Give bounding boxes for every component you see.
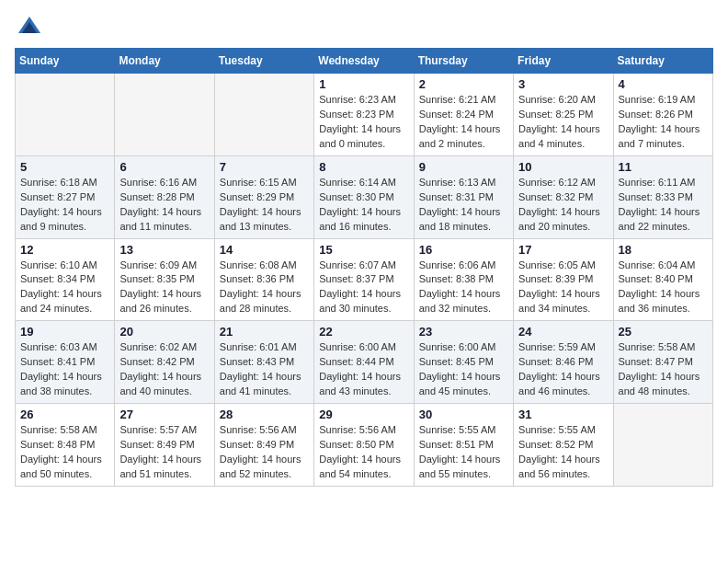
day-number: 15 bbox=[319, 243, 408, 257]
day-number: 25 bbox=[619, 325, 708, 339]
calendar-cell: 11Sunrise: 6:11 AMSunset: 8:33 PMDayligh… bbox=[613, 155, 712, 238]
day-info: Sunrise: 6:12 AMSunset: 8:32 PMDaylight:… bbox=[518, 176, 608, 235]
day-number: 26 bbox=[20, 408, 109, 421]
day-number: 9 bbox=[419, 160, 508, 174]
calendar-cell: 20Sunrise: 6:02 AMSunset: 8:42 PMDayligh… bbox=[115, 321, 214, 404]
day-number: 23 bbox=[419, 325, 508, 339]
day-info: Sunrise: 5:55 AMSunset: 8:51 PMDaylight:… bbox=[419, 423, 508, 482]
day-info: Sunrise: 5:57 AMSunset: 8:49 PMDaylight:… bbox=[119, 423, 209, 482]
calendar-cell: 1Sunrise: 6:23 AMSunset: 8:23 PMDaylight… bbox=[314, 74, 414, 156]
day-info: Sunrise: 6:23 AMSunset: 8:23 PMDaylight:… bbox=[319, 93, 408, 152]
calendar-week-row: 1Sunrise: 6:23 AMSunset: 8:23 PMDaylight… bbox=[16, 74, 713, 156]
day-number: 3 bbox=[518, 77, 608, 91]
calendar-cell: 3Sunrise: 6:20 AMSunset: 8:25 PMDaylight… bbox=[514, 74, 613, 156]
day-info: Sunrise: 6:07 AMSunset: 8:37 PMDaylight:… bbox=[319, 259, 408, 317]
calendar-table: SundayMondayTuesdayWednesdayThursdayFrid… bbox=[15, 48, 713, 487]
header-thursday: Thursday bbox=[414, 49, 513, 74]
calendar-cell: 9Sunrise: 6:13 AMSunset: 8:31 PMDaylight… bbox=[414, 155, 513, 238]
calendar-cell: 19Sunrise: 6:03 AMSunset: 8:41 PMDayligh… bbox=[16, 321, 115, 404]
header-wednesday: Wednesday bbox=[314, 49, 414, 74]
day-info: Sunrise: 6:05 AMSunset: 8:39 PMDaylight:… bbox=[518, 259, 608, 317]
day-number: 11 bbox=[619, 160, 708, 174]
day-info: Sunrise: 6:19 AMSunset: 8:26 PMDaylight:… bbox=[619, 93, 708, 152]
page-header bbox=[15, 15, 713, 40]
calendar-week-row: 12Sunrise: 6:10 AMSunset: 8:34 PMDayligh… bbox=[16, 238, 713, 321]
day-info: Sunrise: 6:11 AMSunset: 8:33 PMDaylight:… bbox=[619, 176, 708, 235]
day-info: Sunrise: 6:08 AMSunset: 8:36 PMDaylight:… bbox=[220, 259, 309, 317]
calendar-cell: 4Sunrise: 6:19 AMSunset: 8:26 PMDaylight… bbox=[613, 74, 712, 156]
calendar-cell: 5Sunrise: 6:18 AMSunset: 8:27 PMDaylight… bbox=[16, 155, 115, 238]
day-info: Sunrise: 5:56 AMSunset: 8:50 PMDaylight:… bbox=[319, 423, 408, 482]
calendar-cell: 6Sunrise: 6:16 AMSunset: 8:28 PMDaylight… bbox=[115, 155, 214, 238]
calendar-cell: 22Sunrise: 6:00 AMSunset: 8:44 PMDayligh… bbox=[314, 321, 414, 404]
day-number: 28 bbox=[220, 408, 309, 421]
header-friday: Friday bbox=[514, 49, 613, 74]
calendar-cell: 15Sunrise: 6:07 AMSunset: 8:37 PMDayligh… bbox=[314, 238, 414, 321]
day-info: Sunrise: 6:15 AMSunset: 8:29 PMDaylight:… bbox=[220, 176, 309, 235]
calendar-header-row: SundayMondayTuesdayWednesdayThursdayFrid… bbox=[16, 49, 713, 74]
day-info: Sunrise: 6:03 AMSunset: 8:41 PMDaylight:… bbox=[20, 340, 109, 399]
day-number: 22 bbox=[319, 325, 408, 339]
calendar-cell: 30Sunrise: 5:55 AMSunset: 8:51 PMDayligh… bbox=[414, 404, 513, 487]
day-info: Sunrise: 6:09 AMSunset: 8:35 PMDaylight:… bbox=[119, 259, 209, 317]
calendar-cell: 28Sunrise: 5:56 AMSunset: 8:49 PMDayligh… bbox=[214, 404, 313, 487]
day-number: 29 bbox=[319, 408, 408, 421]
calendar-cell: 27Sunrise: 5:57 AMSunset: 8:49 PMDayligh… bbox=[115, 404, 214, 487]
day-number: 20 bbox=[119, 325, 209, 339]
day-info: Sunrise: 6:10 AMSunset: 8:34 PMDaylight:… bbox=[20, 259, 109, 317]
day-number: 12 bbox=[20, 243, 109, 257]
day-number: 16 bbox=[419, 243, 508, 257]
day-info: Sunrise: 5:59 AMSunset: 8:46 PMDaylight:… bbox=[518, 340, 608, 399]
day-info: Sunrise: 6:02 AMSunset: 8:42 PMDaylight:… bbox=[119, 340, 209, 399]
day-number: 6 bbox=[119, 160, 209, 174]
day-number: 5 bbox=[20, 160, 109, 174]
day-info: Sunrise: 5:56 AMSunset: 8:49 PMDaylight:… bbox=[220, 423, 309, 482]
header-monday: Monday bbox=[115, 49, 214, 74]
calendar-cell: 10Sunrise: 6:12 AMSunset: 8:32 PMDayligh… bbox=[514, 155, 613, 238]
calendar-cell: 25Sunrise: 5:58 AMSunset: 8:47 PMDayligh… bbox=[613, 321, 712, 404]
day-info: Sunrise: 6:04 AMSunset: 8:40 PMDaylight:… bbox=[619, 259, 708, 317]
header-sunday: Sunday bbox=[16, 49, 115, 74]
calendar-cell: 8Sunrise: 6:14 AMSunset: 8:30 PMDaylight… bbox=[314, 155, 414, 238]
day-info: Sunrise: 6:00 AMSunset: 8:44 PMDaylight:… bbox=[319, 340, 408, 399]
calendar-cell: 12Sunrise: 6:10 AMSunset: 8:34 PMDayligh… bbox=[16, 238, 115, 321]
day-number: 7 bbox=[220, 160, 309, 174]
header-saturday: Saturday bbox=[613, 49, 712, 74]
logo bbox=[15, 15, 42, 40]
day-number: 8 bbox=[319, 160, 408, 174]
day-info: Sunrise: 6:16 AMSunset: 8:28 PMDaylight:… bbox=[119, 176, 209, 235]
calendar-cell bbox=[214, 74, 313, 156]
calendar-cell: 24Sunrise: 5:59 AMSunset: 8:46 PMDayligh… bbox=[514, 321, 613, 404]
calendar-cell: 21Sunrise: 6:01 AMSunset: 8:43 PMDayligh… bbox=[214, 321, 313, 404]
day-number: 14 bbox=[220, 243, 309, 257]
day-info: Sunrise: 6:14 AMSunset: 8:30 PMDaylight:… bbox=[319, 176, 408, 235]
calendar-cell: 2Sunrise: 6:21 AMSunset: 8:24 PMDaylight… bbox=[414, 74, 513, 156]
day-number: 2 bbox=[419, 77, 508, 91]
calendar-cell: 7Sunrise: 6:15 AMSunset: 8:29 PMDaylight… bbox=[214, 155, 313, 238]
header-tuesday: Tuesday bbox=[214, 49, 313, 74]
calendar-cell: 26Sunrise: 5:58 AMSunset: 8:48 PMDayligh… bbox=[16, 404, 115, 487]
calendar-cell: 16Sunrise: 6:06 AMSunset: 8:38 PMDayligh… bbox=[414, 238, 513, 321]
day-info: Sunrise: 5:58 AMSunset: 8:47 PMDaylight:… bbox=[619, 340, 708, 399]
day-number: 17 bbox=[518, 243, 608, 257]
day-info: Sunrise: 5:58 AMSunset: 8:48 PMDaylight:… bbox=[20, 423, 109, 482]
day-number: 10 bbox=[518, 160, 608, 174]
calendar-cell bbox=[115, 74, 214, 156]
calendar-cell: 23Sunrise: 6:00 AMSunset: 8:45 PMDayligh… bbox=[414, 321, 513, 404]
day-info: Sunrise: 6:20 AMSunset: 8:25 PMDaylight:… bbox=[518, 93, 608, 152]
day-number: 1 bbox=[319, 77, 408, 91]
day-number: 27 bbox=[119, 408, 209, 421]
day-number: 18 bbox=[619, 243, 708, 257]
day-info: Sunrise: 6:00 AMSunset: 8:45 PMDaylight:… bbox=[419, 340, 508, 399]
day-info: Sunrise: 5:55 AMSunset: 8:52 PMDaylight:… bbox=[518, 423, 608, 482]
calendar-cell: 18Sunrise: 6:04 AMSunset: 8:40 PMDayligh… bbox=[613, 238, 712, 321]
day-number: 21 bbox=[220, 325, 309, 339]
calendar-cell bbox=[613, 404, 712, 487]
calendar-cell: 17Sunrise: 6:05 AMSunset: 8:39 PMDayligh… bbox=[514, 238, 613, 321]
calendar-cell: 31Sunrise: 5:55 AMSunset: 8:52 PMDayligh… bbox=[514, 404, 613, 487]
day-number: 13 bbox=[119, 243, 209, 257]
calendar-cell bbox=[16, 74, 115, 156]
calendar-week-row: 26Sunrise: 5:58 AMSunset: 8:48 PMDayligh… bbox=[16, 404, 713, 487]
day-number: 30 bbox=[419, 408, 508, 421]
day-info: Sunrise: 6:21 AMSunset: 8:24 PMDaylight:… bbox=[419, 93, 508, 152]
